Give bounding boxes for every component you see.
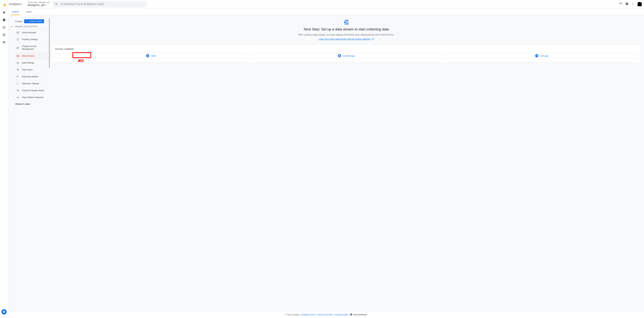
attribution-icon — [16, 82, 19, 85]
platform-card: Choose a platform Web Android app iOS — [52, 44, 641, 62]
ios-icon: iOS — [535, 54, 538, 57]
footer-analytics-home[interactable]: Analytics home — [301, 314, 315, 316]
platform-ios-button[interactable]: iOS iOS app — [446, 53, 638, 58]
chevron-down-icon: ▼ — [45, 4, 47, 6]
left-rail — [0, 8, 8, 318]
admin-gear-icon[interactable] — [2, 309, 7, 314]
app-shell: ADMIN USER Property Create Property desi… — [0, 8, 644, 318]
upload-icon — [16, 68, 19, 71]
analytics-logo-icon — [2, 2, 6, 6]
footer: © 2022 Google | Analytics home | Terms o… — [8, 311, 644, 318]
back-button[interactable] — [9, 24, 14, 29]
svg-point-16 — [17, 62, 19, 62]
footer-privacy[interactable]: Privacy Policy — [335, 314, 348, 316]
svg-point-6 — [3, 34, 5, 36]
svg-point-3 — [633, 4, 633, 4]
svg-point-21 — [17, 83, 18, 83]
svg-rect-14 — [17, 56, 18, 57]
identity-icon — [16, 75, 19, 78]
plus-icon — [26, 20, 28, 22]
layout-icon — [16, 38, 19, 41]
create-property-button[interactable]: Create Property — [24, 19, 44, 23]
help-icon[interactable]: ? — [625, 2, 628, 6]
svg-rect-10 — [17, 55, 18, 56]
sidebar-item-reporting-identity[interactable]: Reporting Identity — [15, 73, 48, 80]
search-icon — [55, 3, 58, 6]
sidebar-item-data-deletion[interactable]: Dd Data Deletion Requests — [15, 94, 48, 101]
footer-feedback[interactable]: Send feedback — [350, 314, 367, 316]
svg-rect-11 — [18, 55, 19, 56]
feedback-icon — [350, 314, 352, 316]
app-title: Analytics — [9, 2, 22, 6]
main-panel: Next Step: Set up a data stream to start… — [48, 15, 644, 318]
choose-platform-label: Choose a platform — [55, 48, 638, 50]
svg-text:?: ? — [626, 3, 628, 5]
svg-point-2 — [633, 3, 633, 3]
property-label: Property — [15, 20, 22, 22]
svg-point-4 — [633, 4, 633, 5]
platform-web-button[interactable]: Web — [55, 53, 247, 58]
more-vert-icon[interactable] — [632, 2, 635, 6]
sidebar-item-data-settings[interactable]: Data Settings — [15, 60, 48, 66]
home-icon[interactable] — [2, 11, 6, 14]
explore-icon[interactable] — [2, 26, 6, 30]
account-path: All accounts > designhu_ad — [28, 1, 49, 3]
annotation-label: 網頁 — [78, 59, 84, 63]
learn-more-link[interactable]: Learn more: Add a data stream and set up… — [318, 38, 374, 40]
svg-point-7 — [3, 34, 5, 36]
hero-section: Next Step: Set up a data stream to start… — [52, 20, 641, 40]
tab-user[interactable]: USER — [26, 11, 32, 15]
database-icon — [16, 62, 19, 64]
admin-tabs: ADMIN USER — [8, 8, 644, 15]
history-icon — [16, 89, 19, 92]
globe-icon — [146, 54, 149, 57]
search-input[interactable] — [60, 3, 144, 6]
svg-rect-17 — [17, 76, 18, 76]
sidebar-item-property-settings[interactable]: Property Settings — [15, 36, 48, 43]
sidebar-item-property-access[interactable]: Property Access Management — [15, 43, 48, 52]
svg-rect-18 — [17, 77, 18, 78]
people-icon — [16, 46, 19, 49]
stream-icon — [16, 54, 19, 57]
platform-android-button[interactable]: Android app — [250, 53, 442, 58]
workspace: Property Create Property designhu_ad (31… — [8, 15, 644, 318]
tab-admin[interactable]: ADMIN — [12, 11, 19, 15]
footer-copyright: © 2022 Google — [285, 314, 299, 316]
sidebar-item-setup-assistant[interactable]: Setup Assistant — [15, 29, 48, 36]
data-stream-hero-icon — [344, 20, 349, 24]
property-name: designhu_ad (314974374) — [15, 24, 48, 29]
configure-icon[interactable] — [2, 41, 6, 44]
content-column: ADMIN USER Property Create Property desi… — [8, 8, 644, 318]
sidebar-item-change-history[interactable]: Property Change History — [15, 87, 48, 94]
account-selected: designhu_ad — [28, 3, 44, 7]
user-avatar[interactable] — [638, 2, 642, 6]
svg-rect-8 — [17, 38, 19, 40]
open-in-new-icon — [372, 38, 374, 40]
search-bar[interactable] — [53, 1, 146, 7]
svg-text:Dd: Dd — [17, 96, 19, 98]
footer-terms[interactable]: Terms of Service — [318, 314, 333, 316]
android-icon — [338, 54, 341, 57]
page-title: Next Step: Set up a data stream to start… — [52, 27, 641, 31]
header-actions: ? — [619, 2, 642, 6]
svg-rect-12 — [17, 56, 18, 56]
svg-point-22 — [18, 84, 19, 84]
section-product-links: PRODUCT LINKS — [15, 101, 48, 106]
account-selector[interactable]: All accounts > designhu_ad designhu_ad ▼ — [25, 1, 49, 7]
sidebar-item-data-streams[interactable]: Data Streams — [15, 52, 48, 60]
top-header: Analytics All accounts > designhu_ad des… — [0, 0, 644, 8]
svg-rect-15 — [18, 56, 19, 57]
sidebar-item-attribution-settings[interactable]: Attribution Settings — [15, 80, 48, 87]
property-sidebar: Property Create Property designhu_ad (31… — [15, 15, 48, 318]
checklist-icon — [16, 31, 19, 34]
sidebar-item-data-import[interactable]: Data Import — [15, 66, 48, 73]
dd-icon: Dd — [16, 96, 19, 99]
apps-icon[interactable] — [619, 2, 622, 6]
page-description: After creating a data stream, you'll get… — [52, 33, 641, 36]
platform-buttons: Web Android app iOS iOS app 網頁 — [55, 53, 638, 58]
svg-rect-13 — [18, 56, 19, 56]
reports-icon[interactable] — [2, 18, 6, 22]
advertising-icon[interactable] — [2, 33, 6, 37]
